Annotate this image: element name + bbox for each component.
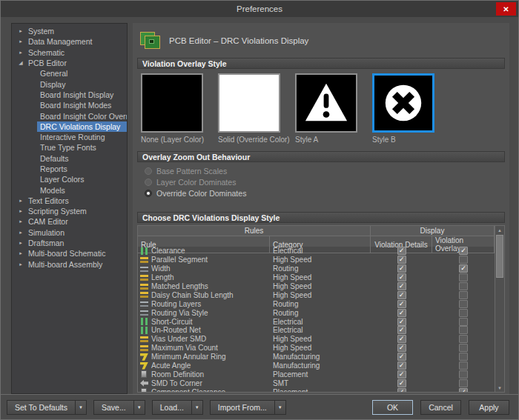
scrollbar-track[interactable] xyxy=(495,234,504,384)
table-row-length[interactable]: LengthHigh Speed✓ xyxy=(138,273,495,282)
scrollbar-thumb[interactable] xyxy=(496,235,503,278)
apply-button[interactable]: Apply xyxy=(469,400,509,415)
table-row-routing-via-style[interactable]: Routing Via StyleRouting✓ xyxy=(138,308,495,317)
cancel-button[interactable]: Cancel xyxy=(420,400,461,415)
violation-overlay-checkbox[interactable] xyxy=(459,273,468,281)
violation-overlay-checkbox[interactable] xyxy=(459,379,468,387)
violation-details-checkbox[interactable]: ✓ xyxy=(397,309,406,317)
violation-details-checkbox[interactable]: ✓ xyxy=(397,282,406,290)
overlay-preview-triangle-warning-icon[interactable] xyxy=(295,73,357,133)
collapse-icon[interactable]: ◢ xyxy=(16,60,25,66)
sidebar-item-reports[interactable]: Reports xyxy=(12,164,127,174)
import-from-button[interactable]: Import From...▼ xyxy=(210,400,286,415)
violation-overlay-checkbox[interactable] xyxy=(459,344,468,352)
table-row-parallel-segment[interactable]: Parallel SegmentHigh Speed✓ xyxy=(138,256,495,264)
violation-details-checkbox[interactable]: ✓ xyxy=(397,273,406,281)
violation-overlay-checkbox[interactable]: ✓ xyxy=(459,264,468,273)
sidebar-item-board-insight-modes[interactable]: Board Insight Modes xyxy=(12,100,127,110)
violation-overlay-checkbox[interactable] xyxy=(459,370,468,379)
sidebar-item-true-type-fonts[interactable]: True Type Fonts xyxy=(12,142,127,153)
sidebar-item-display[interactable]: Display xyxy=(12,79,127,89)
table-row-width[interactable]: WidthRouting✓✓ xyxy=(138,264,495,273)
violation-overlay-checkbox[interactable] xyxy=(459,361,468,370)
sidebar-item-defaults[interactable]: Defaults xyxy=(12,153,127,164)
sidebar-item-layer-colors[interactable]: Layer Colors xyxy=(12,174,127,184)
violation-overlay-checkbox[interactable] xyxy=(459,318,468,326)
radio-override-color-dominates[interactable]: Override Color Dominates xyxy=(145,189,505,197)
sidebar-item-interactive-routing[interactable]: Interactive Routing xyxy=(12,132,127,142)
sidebar-item-drc-violations-display[interactable]: DRC Violations Display xyxy=(12,121,127,132)
sidebar-item-pcb-editor[interactable]: ◢PCB Editor xyxy=(12,58,127,68)
radio-base-pattern-scales[interactable]: Base Pattern Scales xyxy=(145,167,505,175)
violation-overlay-checkbox[interactable] xyxy=(459,353,468,361)
violation-details-checkbox[interactable]: ✓ xyxy=(397,379,406,387)
expand-icon[interactable]: ▸ xyxy=(16,261,25,267)
expand-icon[interactable]: ▸ xyxy=(16,219,25,224)
violation-details-checkbox[interactable]: ✓ xyxy=(397,300,406,308)
table-row-vias-under-smd[interactable]: Vias Under SMDHigh Speed✓ xyxy=(138,335,495,344)
save-button[interactable]: Save...▼ xyxy=(93,400,145,415)
violation-details-checkbox[interactable]: ✓ xyxy=(397,344,406,352)
ok-button[interactable]: OK xyxy=(372,400,413,415)
sidebar-item-general[interactable]: General xyxy=(12,68,127,79)
sidebar-item-board-insight-display[interactable]: Board Insight Display xyxy=(12,90,127,100)
table-vertical-scrollbar[interactable]: ▲ ▼ xyxy=(495,226,504,392)
sidebar-item-multi-board-schematic[interactable]: ▸Multi-board Schematic xyxy=(12,248,127,259)
table-row-maximum-via-count[interactable]: Maximum Via CountHigh Speed✓ xyxy=(138,344,495,353)
table-row-un-routed-net[interactable]: Un-Routed NetElectrical✓ xyxy=(138,326,495,335)
table-row-component-clearance[interactable]: Component ClearancePlacement✓✓ xyxy=(138,387,495,392)
violation-overlay-checkbox[interactable]: ✓ xyxy=(459,247,468,255)
table-row-minimum-annular-ring[interactable]: Minimum Annular RingManufacturing✓ xyxy=(138,353,495,361)
sidebar-item-draftsman[interactable]: ▸Draftsman xyxy=(12,238,127,248)
violation-details-checkbox[interactable]: ✓ xyxy=(397,247,406,255)
sidebar-item-models[interactable]: Models xyxy=(12,184,127,195)
expand-icon[interactable]: ▸ xyxy=(16,208,25,214)
table-row-smd-to-corner[interactable]: SMD To CornerSMT✓ xyxy=(138,379,495,387)
violation-overlay-checkbox[interactable] xyxy=(459,326,468,334)
violation-overlay-checkbox[interactable] xyxy=(459,291,468,299)
expand-icon[interactable]: ▸ xyxy=(16,230,25,236)
sidebar-item-multi-board-assembly[interactable]: ▸Multi-board Assembly xyxy=(12,259,127,270)
violation-overlay-checkbox[interactable] xyxy=(459,256,468,264)
expand-icon[interactable]: ▸ xyxy=(16,28,25,34)
sidebar-item-system[interactable]: ▸System xyxy=(12,26,127,36)
sidebar-item-text-editors[interactable]: ▸Text Editors xyxy=(12,196,127,206)
overlay-preview-none[interactable] xyxy=(141,73,203,133)
violation-details-checkbox[interactable]: ✓ xyxy=(397,353,406,361)
radio-layer-color-dominates[interactable]: Layer Color Dominates xyxy=(145,178,505,186)
sidebar-item-cam-editor[interactable]: ▸CAM Editor xyxy=(12,216,127,227)
violation-overlay-checkbox[interactable] xyxy=(459,309,468,317)
violation-details-checkbox[interactable]: ✓ xyxy=(397,318,406,326)
sidebar-item-scripting-system[interactable]: ▸Scripting System xyxy=(12,206,127,216)
sidebar-item-data-management[interactable]: ▸Data Management xyxy=(12,36,127,47)
table-row-matched-lengths[interactable]: Matched LengthsHigh Speed✓ xyxy=(138,282,495,291)
scroll-down-icon[interactable]: ▼ xyxy=(495,384,504,392)
overlay-preview-solid[interactable] xyxy=(218,73,280,133)
close-button[interactable]: ✕ xyxy=(496,2,516,16)
sidebar-item-schematic[interactable]: ▸Schematic xyxy=(12,47,127,58)
violation-details-checkbox[interactable]: ✓ xyxy=(397,264,406,273)
violation-details-checkbox[interactable]: ✓ xyxy=(397,256,406,264)
violation-details-checkbox[interactable]: ✓ xyxy=(397,361,406,370)
overlay-preview-circle-x-icon[interactable] xyxy=(372,73,434,133)
scroll-up-icon[interactable]: ▲ xyxy=(495,226,504,234)
dropdown-arrow-icon[interactable]: ▼ xyxy=(75,401,86,414)
sidebar-item-simulation[interactable]: ▸Simulation xyxy=(12,227,127,238)
title-bar[interactable]: Preferences ✕ xyxy=(1,1,518,17)
sidebar-item-board-insight-color-overrides[interactable]: Board Insight Color Overrides xyxy=(12,110,127,121)
violation-overlay-checkbox[interactable]: ✓ xyxy=(459,388,468,392)
dropdown-arrow-icon[interactable]: ▼ xyxy=(274,401,285,414)
dropdown-arrow-icon[interactable]: ▼ xyxy=(133,401,145,414)
expand-icon[interactable]: ▸ xyxy=(16,250,25,256)
load-button[interactable]: Load...▼ xyxy=(152,400,203,415)
violation-details-checkbox[interactable]: ✓ xyxy=(397,326,406,334)
expand-icon[interactable]: ▸ xyxy=(16,240,25,246)
expand-icon[interactable]: ▸ xyxy=(16,50,25,56)
expand-icon[interactable]: ▸ xyxy=(16,198,25,204)
table-row-room-definition[interactable]: Room DefinitionPlacement✓ xyxy=(138,370,495,379)
set-to-defaults-button[interactable]: Set To Defaults▼ xyxy=(7,400,87,415)
dropdown-arrow-icon[interactable]: ▼ xyxy=(191,401,202,414)
table-row-clearance[interactable]: ClearanceElectrical✓✓ xyxy=(138,247,495,256)
violation-overlay-checkbox[interactable] xyxy=(459,282,468,290)
table-row-acute-angle[interactable]: Acute AngleManufacturing✓ xyxy=(138,361,495,370)
